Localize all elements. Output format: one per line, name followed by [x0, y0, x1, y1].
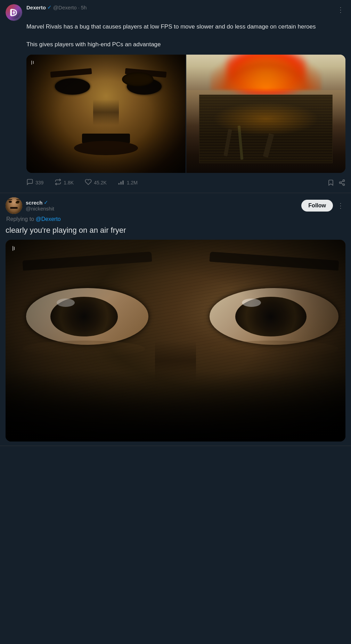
right-actions	[327, 179, 345, 186]
tweet-2-more-options-icon[interactable]: ⋮	[336, 200, 345, 211]
tweet-2: screch ✓ @nickenshit Follow ⋮ Replying t…	[0, 193, 351, 446]
tweet-1-header: Dexerto ✓ @Dexerto · 5h ⋮	[6, 4, 345, 21]
tweet-1-verified-icon: ✓	[47, 4, 52, 10]
avatar-screch[interactable]	[6, 197, 22, 214]
svg-point-7	[343, 180, 345, 182]
retweet-action[interactable]: 1.8K	[55, 178, 74, 187]
share-action[interactable]	[338, 179, 345, 186]
reply-author-info: screch ✓ @nickenshit	[26, 199, 54, 212]
tweet-2-header: screch ✓ @nickenshit Follow ⋮	[6, 197, 345, 214]
tweet-1-more-options-icon[interactable]: ⋮	[336, 4, 345, 15]
tweet-1-actions: 339 1.8K	[26, 177, 345, 189]
tweet-1-meta: Dexerto ✓ @Dexerto · 5h	[26, 4, 332, 10]
svg-line-11	[341, 181, 343, 182]
tweet-1-time: 5h	[81, 5, 87, 10]
tweet-1-handle[interactable]: @Dexerto	[53, 5, 77, 10]
svg-rect-6	[122, 180, 123, 184]
views-count: 1.2M	[127, 180, 138, 185]
reply-author-name-line: screch ✓	[26, 199, 54, 206]
tweet-1-images	[26, 55, 345, 173]
tweet-2-text: clearly you're playing on an air fryer	[6, 225, 345, 236]
tweet-1-text-line2: This gives players with high-end PCs an …	[26, 41, 161, 48]
comment-icon	[26, 178, 33, 187]
svg-rect-3	[13, 11, 15, 15]
reply-header-right: Follow ⋮	[301, 200, 345, 212]
like-action[interactable]: 45.2K	[85, 178, 107, 187]
follow-button[interactable]: Follow	[301, 200, 333, 212]
tweet-1-text-line1: Marvel Rivals has a bug that causes play…	[26, 23, 316, 30]
bookmark-action[interactable]	[327, 179, 334, 186]
eyes-closeup-visual	[6, 240, 345, 442]
like-icon	[85, 178, 92, 187]
reply-image-eyes[interactable]	[6, 240, 345, 442]
like-count: 45.2K	[94, 180, 107, 185]
tweet-1-content: Marvel Rivals has a bug that causes play…	[26, 22, 345, 189]
avatar-dexerto[interactable]	[6, 4, 22, 21]
svg-rect-5	[120, 182, 121, 184]
nose-bridge	[155, 341, 196, 381]
views-icon	[118, 178, 125, 187]
retweet-icon	[55, 178, 62, 187]
tweet-1: Dexerto ✓ @Dexerto · 5h ⋮ Marvel Rivals …	[0, 0, 351, 193]
comment-count: 339	[35, 180, 43, 185]
tweet-image-burning-pc[interactable]	[186, 55, 345, 173]
comment-action[interactable]: 339	[26, 178, 43, 187]
corner-ui-indicator	[13, 246, 15, 251]
tweet-image-tony-stark[interactable]	[26, 55, 186, 173]
svg-line-10	[341, 183, 343, 184]
retweet-count: 1.8K	[64, 180, 74, 185]
tweet-1-dot: ·	[78, 5, 80, 10]
replying-to-label: Replying to	[6, 216, 34, 222]
tweet-1-author-line: Dexerto ✓ @Dexerto · 5h	[26, 4, 332, 10]
svg-point-9	[343, 184, 345, 185]
tweet-1-author-name[interactable]: Dexerto	[26, 5, 46, 10]
replying-to-line: Replying to @Dexerto	[6, 216, 345, 222]
svg-point-8	[340, 182, 341, 184]
reply-author-section: screch ✓ @nickenshit	[6, 197, 54, 214]
tweet-2-verified-icon: ✓	[44, 199, 48, 206]
replying-to-handle[interactable]: @Dexerto	[36, 216, 61, 222]
svg-rect-4	[118, 183, 119, 184]
tweet-2-author-name[interactable]: screch	[26, 200, 42, 206]
tweet-2-handle[interactable]: @nickenshit	[26, 206, 54, 212]
views-action[interactable]: 1.2M	[118, 178, 138, 187]
tweet-1-text: Marvel Rivals has a bug that causes play…	[26, 22, 345, 49]
